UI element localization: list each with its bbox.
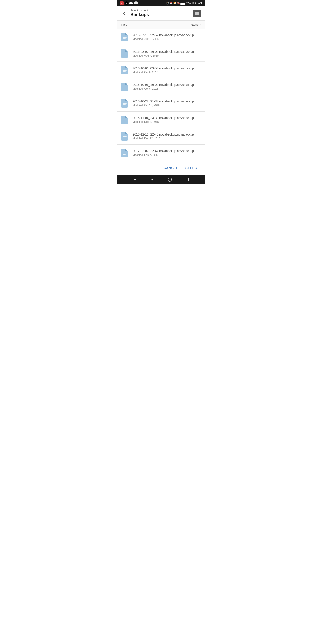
svg-rect-2 xyxy=(134,2,138,4)
alarm-icon: ⏰ xyxy=(170,2,172,4)
nav-back-icon[interactable] xyxy=(150,178,154,182)
file-info: 2016-11-04_23-30.novabackup.novabackup M… xyxy=(132,116,201,124)
file-modified: Modified: Oct 6, 2016 xyxy=(132,87,201,90)
time-display: 11:41 AM xyxy=(192,2,202,4)
file-icon xyxy=(121,98,129,108)
svg-marker-7 xyxy=(134,179,137,180)
status-bar: B|R T 📳 ⏰ 📶 📵 ▄▄▄ 12% 11:41 AM xyxy=(118,0,204,6)
file-icon xyxy=(121,132,129,141)
battery-text: 12% xyxy=(186,2,191,4)
file-info: 2016-08-07_16-06.novabackup.novabackup M… xyxy=(132,50,201,57)
file-info: 2016-10-06_10-03.novabackup.novabackup M… xyxy=(132,83,201,90)
file-info: 2016-07-13_22-52.novabackup.novabackup M… xyxy=(132,33,201,41)
file-name: 2016-10-06_10-03.novabackup.novabackup xyxy=(132,83,201,86)
header-title: Backups xyxy=(130,12,152,17)
header: Select destination Backups xyxy=(118,6,204,20)
header-left: Select destination Backups xyxy=(121,9,152,17)
file-info: 2016-10-06_09-59.novabackup.novabackup M… xyxy=(132,66,201,74)
file-modified: Modified: Oct 6, 2016 xyxy=(132,71,201,74)
file-icon xyxy=(121,66,129,74)
cancel-button[interactable]: CANCEL xyxy=(162,164,179,172)
file-name: 2016-12-12_22-40.novabackup.novabackup xyxy=(132,132,201,136)
new-folder-button[interactable] xyxy=(193,10,201,17)
vibrate-icon: 📳 xyxy=(166,2,169,5)
file-modified: Modified: Aug 7, 2016 xyxy=(132,54,201,57)
list-item[interactable]: 2016-12-12_22-40.novabackup.novabackup M… xyxy=(118,128,204,144)
file-modified: Modified: Jul 13, 2016 xyxy=(132,38,201,41)
list-item[interactable]: 2016-10-28_21-33.novabackup.novabackup M… xyxy=(118,95,204,111)
svg-point-9 xyxy=(168,178,172,181)
nav-home-icon[interactable] xyxy=(168,177,172,182)
file-icon xyxy=(121,32,129,41)
files-label: Files xyxy=(121,23,127,26)
nav-recents-icon[interactable] xyxy=(185,178,189,182)
bottom-action-bar: CANCEL SELECT xyxy=(118,161,204,175)
nyt-icon: T xyxy=(125,1,128,5)
select-button[interactable]: SELECT xyxy=(184,164,200,172)
signal-icon: ▄▄▄ xyxy=(180,2,185,4)
nav-dropdown-icon[interactable] xyxy=(133,178,137,182)
header-subtitle: Select destination xyxy=(130,9,152,12)
file-name: 2016-07-13_22-52.novabackup.novabackup xyxy=(132,33,201,37)
file-info: 2017-02-07_22-47.novabackup.novabackup M… xyxy=(132,149,201,156)
svg-rect-0 xyxy=(130,2,132,4)
column-header: Files Name ↑ xyxy=(118,20,204,28)
list-item[interactable]: 2016-10-06_10-03.novabackup.novabackup M… xyxy=(118,78,204,95)
wifi-icon: 📶 xyxy=(173,2,176,4)
list-item[interactable]: 2016-11-04_23-30.novabackup.novabackup M… xyxy=(118,112,204,128)
file-name: 2017-02-07_22-47.novabackup.novabackup xyxy=(132,149,201,153)
file-name: 2016-11-04_23-30.novabackup.novabackup xyxy=(132,116,201,120)
status-bar-left: B|R T xyxy=(120,1,138,5)
file-icon xyxy=(121,49,129,58)
file-name: 2016-08-07_16-06.novabackup.novabackup xyxy=(132,50,201,54)
br-icon: B|R xyxy=(120,1,124,5)
nav-bar xyxy=(118,175,204,184)
file-name: 2016-10-28_21-33.novabackup.novabackup xyxy=(132,100,201,103)
header-text: Select destination Backups xyxy=(130,9,152,17)
file-modified: Modified: Feb 7, 2017 xyxy=(132,154,201,156)
name-sort-label: Name xyxy=(191,23,198,26)
back-button[interactable] xyxy=(121,10,128,16)
no-sim-icon: 📵 xyxy=(177,2,180,4)
list-item[interactable]: 2017-02-07_22-47.novabackup.novabackup M… xyxy=(118,145,204,161)
sort-arrow-icon: ↑ xyxy=(200,23,201,26)
list-item[interactable]: 2016-07-13_22-52.novabackup.novabackup M… xyxy=(118,29,204,45)
file-modified: Modified: Oct 28, 2016 xyxy=(132,104,201,107)
list-item[interactable]: 2016-10-06_09-59.novabackup.novabackup M… xyxy=(118,62,204,78)
sort-controls[interactable]: Name ↑ xyxy=(191,23,201,26)
file-icon xyxy=(121,115,129,124)
file-icon xyxy=(121,82,129,91)
svg-rect-10 xyxy=(186,178,188,181)
camera-icon xyxy=(130,2,133,4)
file-name: 2016-10-06_09-59.novabackup.novabackup xyxy=(132,66,201,70)
gallery-icon xyxy=(134,1,138,5)
status-bar-right: 📳 ⏰ 📶 📵 ▄▄▄ 12% 11:41 AM xyxy=(166,2,202,5)
file-icon xyxy=(121,148,129,157)
file-modified: Modified: Dec 12, 2016 xyxy=(132,137,201,140)
file-list: 2016-07-13_22-52.novabackup.novabackup M… xyxy=(118,29,204,161)
list-item[interactable]: 2016-08-07_16-06.novabackup.novabackup M… xyxy=(118,46,204,62)
file-info: 2016-10-28_21-33.novabackup.novabackup M… xyxy=(132,100,201,107)
svg-marker-8 xyxy=(152,178,153,181)
file-info: 2016-12-12_22-40.novabackup.novabackup M… xyxy=(132,132,201,140)
file-modified: Modified: Nov 4, 2016 xyxy=(132,120,201,124)
svg-marker-1 xyxy=(132,2,133,4)
svg-rect-3 xyxy=(134,1,137,2)
